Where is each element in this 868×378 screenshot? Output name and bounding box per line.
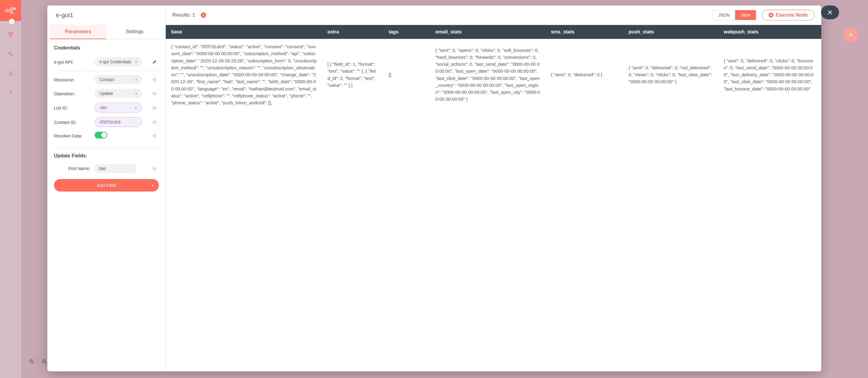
svg-rect-6 xyxy=(10,36,11,37)
list-id-select[interactable]: n8n ▾ xyxy=(95,103,142,113)
execute-node-button[interactable]: Execute Node xyxy=(762,10,815,21)
resource-options-button[interactable] xyxy=(152,77,159,82)
contact-id-options-button[interactable] xyxy=(152,120,159,125)
resolve-data-options-button[interactable] xyxy=(152,133,159,138)
plus-icon: + xyxy=(849,30,853,39)
info-icon: i xyxy=(203,13,204,17)
node-config-panel: e-goi1 Parameters Settings Credentials e… xyxy=(47,5,166,371)
list-id-options-button[interactable] xyxy=(152,105,159,110)
result-table-wrap[interactable]: baseextratagsemail_statssms_statspush_st… xyxy=(166,25,821,371)
cell-sms_stats: { "sent": 0, "delivered": 0 } xyxy=(546,39,623,110)
workflow-icon xyxy=(7,32,13,38)
gear-icon xyxy=(152,105,157,110)
cell-push_stats: { "sent": 0, "delivered": 0, "not_delive… xyxy=(623,39,718,110)
gear-icon xyxy=(152,77,157,82)
edit-credentials-button[interactable] xyxy=(152,60,159,64)
resolve-data-label: Resolve Data: xyxy=(54,133,95,138)
svg-point-13 xyxy=(154,122,155,123)
play-icon xyxy=(769,13,773,18)
config-tabs: Parameters Settings xyxy=(47,25,165,39)
table-header: baseextratagsemail_statssms_statspush_st… xyxy=(166,25,821,39)
svg-rect-5 xyxy=(11,33,13,34)
resource-label: Resource: xyxy=(54,77,95,82)
cell-base: { "contact_id": "0f2f7d1dc6", "status": … xyxy=(166,39,322,110)
first-name-label: First Name: xyxy=(64,166,94,171)
left-rail: › ? xyxy=(0,0,21,378)
result-table: baseextratagsemail_statssms_statspush_st… xyxy=(166,25,821,110)
resolve-data-toggle[interactable] xyxy=(95,132,107,138)
table-body: { "contact_id": "0f2f7d1dc6", "status": … xyxy=(166,39,821,110)
chevron-down-icon: ▾ xyxy=(152,183,153,188)
svg-point-1 xyxy=(10,7,13,10)
api-label: e-goi API: xyxy=(54,59,95,64)
node-title: e-goi1 xyxy=(47,5,165,21)
operation-select[interactable]: Update ▾ xyxy=(95,89,142,98)
cell-webpush_stats: { "sent": 0, "delivered": 0, "clicks": 0… xyxy=(718,39,821,110)
column-push_stats: push_stats xyxy=(623,25,718,39)
operation-value: Update xyxy=(99,91,113,96)
rail-collapse-button[interactable]: › xyxy=(9,19,14,24)
resource-select[interactable]: Contact ▾ xyxy=(95,75,142,84)
sidebar-item-workflows[interactable] xyxy=(5,30,16,40)
api-credentials-value: e-goi Credentials xyxy=(99,59,131,64)
column-sms_stats: sms_stats xyxy=(546,25,623,39)
sidebar-item-credentials[interactable] xyxy=(5,49,16,60)
sidebar-item-help[interactable]: ? xyxy=(5,87,16,98)
tab-settings[interactable]: Settings xyxy=(106,25,163,39)
node-editor-modal: e-goi1 Parameters Settings Credentials e… xyxy=(47,5,821,371)
json-view-button[interactable]: JSON xyxy=(713,10,735,20)
list-id-label: List ID: xyxy=(54,105,95,110)
zoom-in-button[interactable] xyxy=(27,357,37,367)
contact-id-input[interactable]: 0f2f7d1dc6 xyxy=(95,117,142,127)
table-view-button[interactable]: Table xyxy=(735,10,756,20)
pencil-icon xyxy=(152,60,157,64)
zoom-controls xyxy=(27,357,50,367)
column-base: base xyxy=(166,25,322,39)
operation-label: Operation: xyxy=(54,91,95,96)
chevron-down-icon: ▾ xyxy=(135,78,137,82)
results-count: Results: 1 xyxy=(173,12,195,18)
cell-email_stats: { "sent": 0, "opens": 0, "clicks": 0, "s… xyxy=(430,39,546,110)
first-name-value: Nat xyxy=(99,166,106,171)
results-info-button[interactable]: i xyxy=(201,12,206,18)
sidebar-item-executions[interactable] xyxy=(5,68,16,79)
contact-id-label: Contact ID: xyxy=(54,120,95,125)
svg-point-3 xyxy=(14,8,16,10)
add-field-button[interactable]: Add Field ▾ xyxy=(54,179,159,191)
gear-icon xyxy=(152,133,157,138)
svg-point-11 xyxy=(154,93,155,94)
add-field-label: Add Field xyxy=(97,183,116,188)
gear-icon xyxy=(152,166,157,171)
cell-extra: [ { "field_id": 1, "format": "text", "va… xyxy=(322,39,383,110)
node-output-panel: Results: 1 i JSON Table Execute Node bas… xyxy=(166,5,821,371)
key-icon xyxy=(8,52,13,57)
svg-point-14 xyxy=(154,135,155,136)
add-node-button[interactable]: + xyxy=(843,27,858,42)
first-name-input[interactable]: Nat xyxy=(94,164,136,173)
zoom-in-icon xyxy=(29,359,35,365)
close-icon xyxy=(827,9,833,15)
operation-options-button[interactable] xyxy=(152,91,159,96)
column-webpush_stats: webpush_stats xyxy=(718,25,821,39)
app-logo[interactable] xyxy=(0,0,21,21)
svg-point-10 xyxy=(154,79,155,80)
svg-point-15 xyxy=(154,168,155,169)
n8n-logo-icon xyxy=(5,7,16,14)
param-row-api: e-goi API: e-goi Credentials ▾ xyxy=(54,55,159,71)
svg-point-0 xyxy=(5,9,8,12)
chevron-down-icon: ▾ xyxy=(135,60,137,64)
chevron-down-icon: ▾ xyxy=(135,92,137,96)
view-toggle: JSON Table xyxy=(712,10,756,20)
api-credentials-select[interactable]: e-goi Credentials ▾ xyxy=(95,57,142,66)
tab-parameters[interactable]: Parameters xyxy=(50,25,106,39)
contact-id-value: 0f2f7d1dc6 xyxy=(100,120,121,125)
close-modal-button[interactable] xyxy=(821,5,839,19)
credentials-heading: Credentials xyxy=(54,45,159,51)
execute-node-label: Execute Node xyxy=(776,12,808,18)
first-name-options-button[interactable] xyxy=(152,166,159,171)
param-row-operation: Operation: Update ▾ xyxy=(54,87,159,100)
chevron-down-icon: ▾ xyxy=(135,106,137,110)
result-header: Results: 1 i JSON Table Execute Node xyxy=(166,5,821,25)
column-tags: tags xyxy=(383,25,430,39)
svg-rect-4 xyxy=(8,33,10,34)
